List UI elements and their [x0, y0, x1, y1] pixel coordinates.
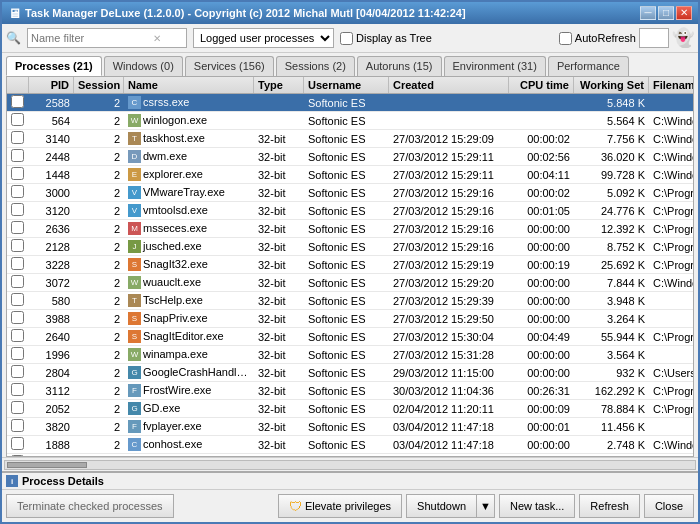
refresh-interval-input[interactable]: 10 — [639, 28, 669, 48]
display-as-tree-checkbox[interactable] — [340, 32, 353, 45]
cell-cpu — [509, 102, 574, 104]
row-checkbox[interactable] — [11, 329, 24, 342]
cell-cpu: 00:00:19 — [509, 258, 574, 272]
col-header-created[interactable]: Created — [389, 77, 509, 93]
col-header-filename[interactable]: Filename — [649, 77, 694, 93]
table-row[interactable]: 564 2 Wwinlogon.exe Softonic ES 5.564 K … — [7, 112, 693, 130]
cell-workingset: 7.844 K — [574, 276, 649, 290]
col-header-type[interactable]: Type — [254, 77, 304, 93]
col-header-pid[interactable]: PID — [29, 77, 74, 93]
cell-filename: C:\Window — [649, 276, 693, 290]
cell-filename: C:\Progran — [649, 186, 693, 200]
row-checkbox[interactable] — [11, 275, 24, 288]
search-input[interactable] — [31, 32, 151, 44]
maximize-button[interactable]: □ — [658, 6, 674, 20]
row-checkbox[interactable] — [11, 203, 24, 216]
table-row[interactable]: 2128 2 Jjusched.exe 32-bit Softonic ES 2… — [7, 238, 693, 256]
row-checkbox[interactable] — [11, 383, 24, 396]
cell-username: Softonic ES — [304, 294, 389, 308]
col-header-cpu[interactable]: CPU time — [509, 77, 574, 93]
row-checkbox[interactable] — [11, 365, 24, 378]
row-checkbox[interactable] — [11, 347, 24, 360]
tab-environment[interactable]: Environment (31) — [444, 56, 546, 76]
cell-type: 32-bit — [254, 186, 304, 200]
shutdown-dropdown-button[interactable]: ▼ — [476, 494, 495, 518]
cell-cpu: 00:00:00 — [509, 348, 574, 362]
row-checkbox[interactable] — [11, 257, 24, 270]
process-icon: F — [128, 420, 141, 433]
tab-autoruns[interactable]: Autoruns (15) — [357, 56, 442, 76]
clear-search-icon[interactable]: ✕ — [153, 33, 161, 44]
table-row[interactable]: 2336 2 TTMX.exe 32-bit Softonic ES 04/04… — [7, 454, 693, 456]
tab-processes[interactable]: Processes (21) — [6, 56, 102, 76]
table-row[interactable]: 1996 2 Wwinampa.exe 32-bit Softonic ES 2… — [7, 346, 693, 364]
tab-windows[interactable]: Windows (0) — [104, 56, 183, 76]
refresh-button[interactable]: Refresh — [579, 494, 640, 518]
row-checkbox[interactable] — [11, 311, 24, 324]
row-checkbox[interactable] — [11, 239, 24, 252]
col-header-session[interactable]: Session — [74, 77, 124, 93]
scrollbar-thumb[interactable] — [7, 462, 87, 468]
new-task-button[interactable]: New task... — [499, 494, 575, 518]
table-row[interactable]: 580 2 TTscHelp.exe 32-bit Softonic ES 27… — [7, 292, 693, 310]
table-row[interactable]: 2588 2 Ccsrss.exe Softonic ES 5.848 K — [7, 94, 693, 112]
tab-sessions[interactable]: Sessions (2) — [276, 56, 355, 76]
table-row[interactable]: 2052 2 GGD.exe 32-bit Softonic ES 02/04/… — [7, 400, 693, 418]
table-row[interactable]: 2804 2 GGoogleCrashHandler.... 32-bit So… — [7, 364, 693, 382]
table-row[interactable]: 3072 2 Wwuauclt.exe 32-bit Softonic ES 2… — [7, 274, 693, 292]
cell-workingset: 25.692 K — [574, 258, 649, 272]
col-header-workingset[interactable]: Working Set — [574, 77, 649, 93]
row-checkbox[interactable] — [11, 401, 24, 414]
table-row[interactable]: 3000 2 VVMwareTray.exe 32-bit Softonic E… — [7, 184, 693, 202]
row-checkbox[interactable] — [11, 437, 24, 450]
tab-performance[interactable]: Performance — [548, 56, 629, 76]
row-checkbox[interactable] — [11, 167, 24, 180]
col-header-username[interactable]: Username — [304, 77, 389, 93]
table-row[interactable]: 1888 2 Cconhost.exe 32-bit Softonic ES 0… — [7, 436, 693, 454]
close-button[interactable]: ✕ — [676, 6, 692, 20]
row-checkbox[interactable] — [11, 131, 24, 144]
autorefresh-checkbox[interactable] — [559, 32, 572, 45]
tab-services[interactable]: Services (156) — [185, 56, 274, 76]
cell-workingset: 8.752 K — [574, 240, 649, 254]
cell-filename — [649, 426, 693, 428]
terminate-button[interactable]: Terminate checked processes — [6, 494, 174, 518]
cell-pid: 3140 — [29, 132, 74, 146]
cell-session: 2 — [74, 150, 124, 164]
table-row[interactable]: 3820 2 Ffvplayer.exe 32-bit Softonic ES … — [7, 418, 693, 436]
cell-username: Softonic ES — [304, 114, 389, 128]
row-checkbox[interactable] — [11, 419, 24, 432]
table-row[interactable]: 3120 2 Vvmtoolsd.exe 32-bit Softonic ES … — [7, 202, 693, 220]
row-checkbox[interactable] — [11, 185, 24, 198]
col-header-name[interactable]: Name — [124, 77, 254, 93]
row-checkbox[interactable] — [11, 95, 24, 108]
process-filter-dropdown[interactable]: Logged user processes — [193, 28, 334, 48]
table-row[interactable]: 1448 2 Eexplorer.exe 32-bit Softonic ES … — [7, 166, 693, 184]
process-icon: V — [128, 186, 141, 199]
row-checkbox[interactable] — [11, 293, 24, 306]
cell-name: Ddwm.exe — [124, 149, 254, 165]
horizontal-scrollbar[interactable] — [2, 457, 698, 471]
row-checkbox[interactable] — [11, 221, 24, 234]
shutdown-button[interactable]: Shutdown — [406, 494, 476, 518]
table-row[interactable]: 3140 2 Ttaskhost.exe 32-bit Softonic ES … — [7, 130, 693, 148]
table-row[interactable]: 3988 2 SSnapPriv.exe 32-bit Softonic ES … — [7, 310, 693, 328]
cell-username: Softonic ES — [304, 204, 389, 218]
cell-pid: 1888 — [29, 438, 74, 452]
table-row[interactable]: 3112 2 FFrostWire.exe 32-bit Softonic ES… — [7, 382, 693, 400]
minimize-button[interactable]: ─ — [640, 6, 656, 20]
cell-type: 32-bit — [254, 348, 304, 362]
table-row[interactable]: 2640 2 SSnagItEditor.exe 32-bit Softonic… — [7, 328, 693, 346]
scrollbar-track[interactable] — [4, 460, 696, 470]
cell-name: GGD.exe — [124, 401, 254, 417]
cell-cpu: 00:00:02 — [509, 186, 574, 200]
row-checkbox[interactable] — [11, 455, 24, 456]
row-checkbox[interactable] — [11, 113, 24, 126]
cell-type: 32-bit — [254, 258, 304, 272]
table-row[interactable]: 3228 2 SSnagIt32.exe 32-bit Softonic ES … — [7, 256, 693, 274]
table-row[interactable]: 2636 2 Mmsseces.exe 32-bit Softonic ES 2… — [7, 220, 693, 238]
row-checkbox[interactable] — [11, 149, 24, 162]
close-app-button[interactable]: Close — [644, 494, 694, 518]
table-row[interactable]: 2448 2 Ddwm.exe 32-bit Softonic ES 27/03… — [7, 148, 693, 166]
elevate-privileges-button[interactable]: 🛡 Elevate privileges — [278, 494, 402, 518]
